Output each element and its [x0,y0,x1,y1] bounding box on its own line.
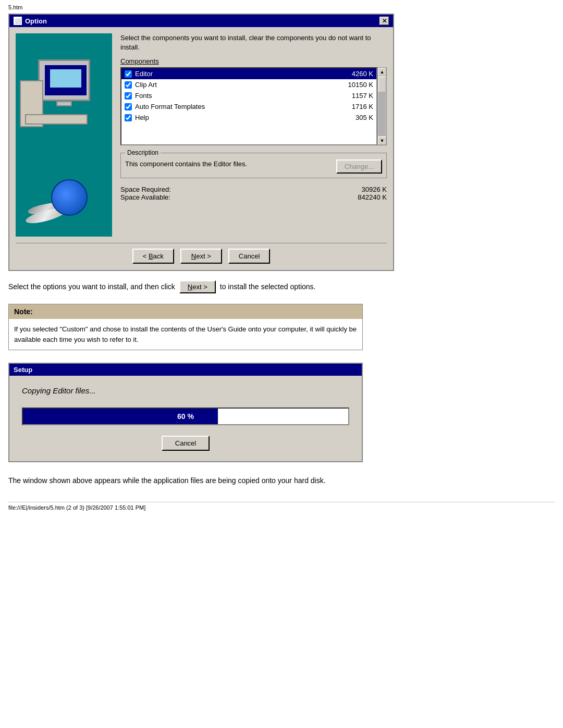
component-item-autoformat[interactable]: Auto Format Templates 1716 K [121,101,376,112]
globe [51,179,88,216]
component-name-fonts: Fonts [135,92,352,100]
setup-status-text: Copying Editor files... [22,386,349,395]
back-button[interactable]: < Back [132,249,174,264]
list-scrollbar[interactable]: ▲ ▼ [377,67,387,145]
space-info: Space Required: 30926 K Space Available:… [120,186,387,201]
computer-illustration [20,39,108,231]
setup-dialog-titlebar: Setup [9,364,362,376]
description-content: This component contains the Editor files… [125,159,382,174]
component-checkbox-fonts[interactable] [125,92,132,100]
components-list-container: Editor 4260 K Clip Art 10150 K Fonts 115… [120,67,387,145]
space-available-row: Space Available: 842240 K [120,193,387,201]
setup-buttons: Cancel [22,436,349,451]
description-box: Description This component contains the … [120,153,387,178]
description-text: This component contains the Editor files… [125,159,331,169]
setup-dialog-body: Copying Editor files... 60 % Cancel [9,376,362,461]
component-name-clipart: Clip Art [135,81,348,89]
component-size-fonts: 1157 K [352,92,373,100]
space-required-value: 30926 K [362,186,387,193]
cancel-button[interactable]: Cancel [228,249,270,264]
note-box: Note: If you selected "Custom" and chose… [8,304,363,350]
monitor-screen-content [50,69,81,88]
component-size-editor: 4260 K [352,70,373,78]
component-checkbox-autoformat[interactable] [125,103,132,110]
inline-next-button[interactable]: Next > [179,280,216,293]
space-required-label: Space Required: [120,186,171,193]
component-checkbox-clipart[interactable] [125,81,132,89]
option-dialog-body: Select the components you want to instal… [9,27,393,243]
dialog-instructions: Select the components you want to instal… [120,33,387,52]
close-button[interactable]: ✕ [380,17,389,25]
component-size-autoformat: 1716 K [352,103,373,110]
component-name-help: Help [135,114,356,121]
space-available-label: Space Available: [120,193,170,201]
component-name-autoformat: Auto Format Templates [135,103,352,110]
components-label: Components [120,57,387,65]
component-name-editor: Editor [135,70,352,78]
note-content: If you selected "Custom" and chose to in… [9,319,362,350]
progress-label: 60 % [23,412,348,421]
monitor [38,59,90,101]
component-item-clipart[interactable]: Clip Art 10150 K [121,79,376,90]
scroll-down-arrow[interactable]: ▼ [378,137,386,145]
dialog-footer-separator [16,243,387,243]
change-button[interactable]: Change... [336,159,382,174]
option-dialog: ⬜ Option ✕ Select the comp [8,14,394,271]
component-item-fonts[interactable]: Fonts 1157 K [121,90,376,101]
component-checkbox-help[interactable] [125,114,132,121]
scroll-track [378,77,386,136]
monitor-base [56,101,72,106]
setup-dialog: Setup Copying Editor files... 60 % Cance… [8,363,363,462]
components-list[interactable]: Editor 4260 K Clip Art 10150 K Fonts 115… [120,67,377,145]
option-dialog-title-group: ⬜ Option [14,17,47,25]
dialog-right-panel: Select the components you want to instal… [120,33,387,237]
progress-container: 60 % [22,408,349,425]
inline-text-after: to install the selected options. [220,281,316,292]
note-header: Note: [9,304,362,319]
inline-instructions: Select the options you want to install, … [8,280,555,293]
component-size-clipart: 10150 K [348,81,373,89]
browser-tab: 5.htm [8,4,555,10]
component-item-editor[interactable]: Editor 4260 K [121,68,376,79]
dialog-illustration [16,33,112,237]
space-available-value: 842240 K [358,193,387,201]
keyboard [25,114,88,125]
dialog-buttons: < Back Next > Cancel [9,249,393,270]
option-dialog-titlebar: ⬜ Option ✕ [9,15,393,27]
option-dialog-title: Option [25,17,47,25]
description-legend: Description [125,149,161,156]
inline-text-before: Select the options you want to install, … [8,281,175,292]
setup-cancel-button[interactable]: Cancel [162,436,210,451]
bottom-text: The window shown above appears while the… [8,475,555,486]
components-underline-c: Components [120,57,159,65]
status-bar: file:///E|/insiders/5.htm (2 of 3) [9/26… [8,502,555,511]
component-checkbox-editor[interactable] [125,70,132,78]
scroll-thumb[interactable] [378,77,386,92]
option-dialog-icon: ⬜ [14,17,22,25]
monitor-screen [45,65,87,95]
next-button[interactable]: Next > [180,249,222,264]
scroll-up-arrow[interactable]: ▲ [378,68,386,76]
space-required-row: Space Required: 30926 K [120,186,387,193]
component-item-help[interactable]: Help 305 K [121,112,376,123]
component-size-help: 305 K [356,114,373,121]
progress-bar-outer: 60 % [22,408,349,425]
